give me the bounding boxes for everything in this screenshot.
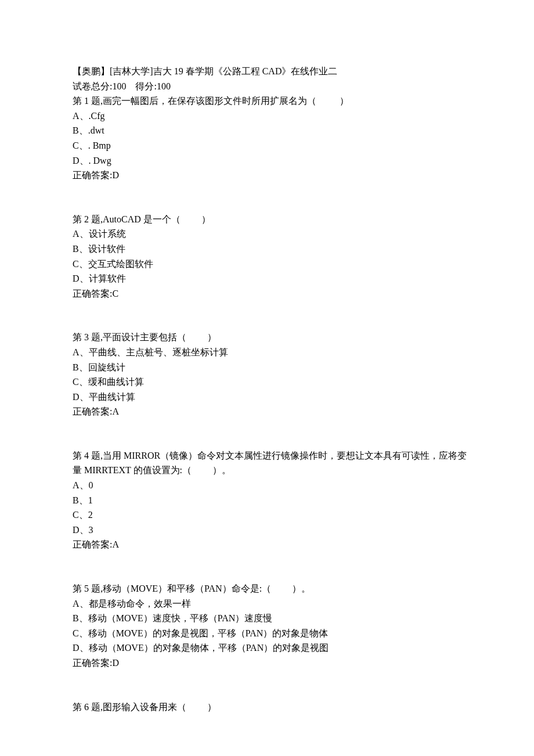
q4-option-b: B、1 — [73, 493, 470, 508]
q3-block: 第 3 题,平面设计主要包括（ ） A、平曲线、主点桩号、逐桩坐标计算 B、回旋… — [73, 330, 470, 419]
q3-answer: 正确答案:A — [73, 404, 470, 419]
score-line: 试卷总分:100 得分:100 — [73, 79, 470, 94]
q1-stem: 第 1 题,画完一幅图后，在保存该图形文件时所用扩展名为（ ） — [73, 93, 470, 109]
q5-option-c: C、移动（MOVE）的对象是视图，平移（PAN）的对象是物体 — [73, 626, 470, 641]
q4-option-a: A、0 — [73, 478, 470, 493]
q4-option-d: D、3 — [73, 523, 470, 538]
q2-block: 第 2 题,AutoCAD 是一个（ ） A、设计系统 B、设计软件 C、交互式… — [73, 212, 470, 301]
q1-answer: 正确答案:D — [73, 168, 470, 183]
q3-option-c: C、缓和曲线计算 — [73, 375, 470, 390]
q4-stem: 第 4 题,当用 MIRROR（镜像）命令对文本属性进行镜像操作时，要想让文本具… — [73, 448, 470, 478]
q5-option-a: A、都是移动命令，效果一样 — [73, 596, 470, 611]
q6-block: 第 6 题,图形输入设备用来（ ） — [73, 700, 470, 715]
q6-stem: 第 6 题,图形输入设备用来（ ） — [73, 700, 470, 715]
document-page: 【奥鹏】[吉林大学]吉大 19 春学期《公路工程 CAD》在线作业二 试卷总分:… — [0, 0, 534, 714]
q5-answer: 正确答案:D — [73, 656, 470, 671]
q4-block: 第 4 题,当用 MIRROR（镜像）命令对文本属性进行镜像操作时，要想让文本具… — [73, 448, 470, 552]
q5-option-d: D、移动（MOVE）的对象是物体，平移（PAN）的对象是视图 — [73, 640, 470, 656]
doc-title: 【奥鹏】[吉林大学]吉大 19 春学期《公路工程 CAD》在线作业二 — [73, 64, 470, 79]
q5-stem: 第 5 题,移动（MOVE）和平移（PAN）命令是:（ ）。 — [73, 581, 470, 596]
q1-option-b: B、.dwt — [73, 123, 470, 138]
q2-stem: 第 2 题,AutoCAD 是一个（ ） — [73, 212, 470, 227]
q3-option-a: A、平曲线、主点桩号、逐桩坐标计算 — [73, 345, 470, 360]
q3-option-b: B、回旋线计 — [73, 360, 470, 375]
q5-block: 第 5 题,移动（MOVE）和平移（PAN）命令是:（ ）。 A、都是移动命令，… — [73, 581, 470, 671]
q1-option-a: A、.Cfg — [73, 109, 470, 124]
q2-answer: 正确答案:C — [73, 286, 470, 301]
q1-option-d: D、. Dwg — [73, 153, 470, 168]
q2-option-d: D、计算软件 — [73, 271, 470, 286]
header-block: 【奥鹏】[吉林大学]吉大 19 春学期《公路工程 CAD》在线作业二 试卷总分:… — [73, 64, 470, 183]
q2-option-a: A、设计系统 — [73, 226, 470, 242]
q5-option-b: B、移动（MOVE）速度快，平移（PAN）速度慢 — [73, 611, 470, 626]
q2-option-b: B、设计软件 — [73, 242, 470, 257]
q3-option-d: D、平曲线计算 — [73, 390, 470, 405]
q4-answer: 正确答案:A — [73, 537, 470, 552]
q1-option-c: C、. Bmp — [73, 138, 470, 153]
q4-option-c: C、2 — [73, 507, 470, 523]
q2-option-c: C、交互式绘图软件 — [73, 257, 470, 272]
q3-stem: 第 3 题,平面设计主要包括（ ） — [73, 330, 470, 345]
